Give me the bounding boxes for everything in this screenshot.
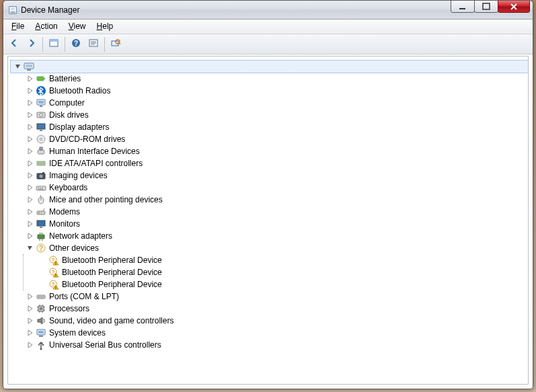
- tree-item-label: Human Interface Devices: [49, 147, 140, 156]
- tree-expander[interactable]: [13, 63, 23, 70]
- titlebar[interactable]: Device Manager: [3, 1, 533, 19]
- tree-item[interactable]: Network adapters: [23, 230, 528, 242]
- show-hidden-button[interactable]: [46, 36, 62, 52]
- tree-item[interactable]: Human Interface Devices: [23, 145, 528, 157]
- svg-rect-20: [44, 78, 45, 79]
- tree-item[interactable]: Disk drives: [23, 109, 528, 121]
- tree-item[interactable]: [11, 61, 528, 73]
- tree-expander[interactable]: [26, 221, 35, 227]
- tree-item[interactable]: Batteries: [23, 73, 528, 85]
- arrow-left-icon: [9, 38, 20, 50]
- system-icon: [36, 327, 46, 338]
- unknown-warn-icon: ?!: [48, 279, 59, 290]
- device-tree-panel[interactable]: BatteriesBluetooth RadiosComputerDisk dr…: [7, 56, 529, 385]
- tree-item[interactable]: DVD/CD-ROM drives: [23, 133, 528, 145]
- tree-category-network: Network adapters: [23, 230, 528, 242]
- svg-rect-33: [40, 147, 42, 150]
- tree-item[interactable]: ?Other devices: [23, 242, 528, 254]
- properties-button[interactable]: [85, 36, 102, 52]
- tree-item[interactable]: Display adapters: [23, 121, 528, 133]
- tree-item[interactable]: Ports (COM & LPT): [23, 290, 528, 303]
- forward-button[interactable]: [24, 36, 40, 52]
- tree-item[interactable]: Universal Serial Bus controllers: [23, 339, 528, 351]
- menu-bar: File Action View Help: [3, 19, 533, 34]
- svg-rect-44: [38, 189, 44, 190]
- tree-expander[interactable]: [26, 329, 35, 336]
- svg-rect-53: [38, 235, 44, 239]
- svg-text:?: ?: [74, 40, 78, 47]
- tree-item[interactable]: IDE ATA/ATAPI controllers: [23, 157, 528, 169]
- back-button[interactable]: [6, 36, 22, 52]
- tree-expander[interactable]: [26, 100, 35, 106]
- tree-expander[interactable]: [26, 136, 35, 143]
- svg-point-49: [40, 212, 42, 214]
- tree-item[interactable]: ?!Bluetooth Peripheral Device: [36, 266, 528, 278]
- toolbar: ?: [3, 34, 533, 54]
- tree-expander[interactable]: [26, 112, 35, 118]
- maximize-button[interactable]: [474, 0, 498, 13]
- tree-item[interactable]: ?!Bluetooth Peripheral Device: [36, 278, 528, 290]
- scan-button[interactable]: [108, 36, 124, 52]
- tree-expander[interactable]: [26, 245, 35, 251]
- tree-expander[interactable]: [26, 75, 35, 82]
- tree-item-label: Display adapters: [49, 122, 109, 132]
- minimize-button[interactable]: [451, 0, 475, 13]
- help-icon: ?: [71, 38, 81, 50]
- scan-icon: [110, 38, 121, 50]
- svg-text:?: ?: [52, 257, 55, 263]
- tree-item-label: Imaging devices: [49, 171, 108, 180]
- app-icon: [7, 5, 18, 15]
- tree-item[interactable]: Imaging devices: [23, 169, 528, 182]
- tree-item[interactable]: Monitors: [23, 218, 528, 230]
- computer-root-icon: [24, 61, 34, 72]
- tree-item-label: Bluetooth Peripheral Device: [62, 280, 162, 289]
- tree-category-imaging: Imaging devices: [23, 169, 528, 182]
- port-icon: [36, 291, 46, 302]
- tree-category-mice: Mice and other pointing devices: [23, 194, 528, 206]
- tree-item[interactable]: ?!Bluetooth Peripheral Device: [36, 254, 528, 266]
- tree-expander[interactable]: [26, 172, 35, 179]
- help-button[interactable]: ?: [68, 36, 84, 52]
- tree-expander[interactable]: [26, 317, 35, 324]
- tree-expander[interactable]: [26, 293, 35, 300]
- menu-view[interactable]: View: [63, 19, 91, 34]
- toolbar-separator: [104, 37, 105, 52]
- tree-item[interactable]: Processors: [23, 303, 528, 315]
- tree-expander[interactable]: [26, 208, 35, 215]
- usb-icon: [36, 340, 46, 350]
- svg-text:?: ?: [39, 245, 43, 252]
- svg-rect-86: [38, 331, 44, 334]
- tree-item[interactable]: System devices: [23, 327, 528, 339]
- menu-help[interactable]: Help: [91, 19, 119, 34]
- tree-item-label: Ports (COM & LPT): [49, 292, 119, 301]
- tree-category-usb: Universal Serial Bus controllers: [23, 339, 528, 351]
- tree-item[interactable]: Modems: [23, 206, 528, 218]
- menu-file[interactable]: File: [6, 19, 30, 34]
- svg-rect-41: [38, 188, 39, 188]
- tree-item-label: Mice and other pointing devices: [49, 195, 163, 204]
- tree-item[interactable]: Sound, video and game controllers: [23, 315, 528, 327]
- svg-rect-32: [38, 150, 44, 154]
- tree-item-label: Modems: [49, 207, 80, 217]
- tree-expander[interactable]: [26, 342, 35, 348]
- computer-icon: [36, 97, 46, 108]
- svg-point-88: [40, 348, 42, 350]
- svg-text:!: !: [55, 286, 56, 290]
- tree-item-label: Disk drives: [49, 110, 89, 120]
- tree-expander[interactable]: [26, 196, 35, 203]
- tree-expander[interactable]: [26, 184, 35, 191]
- menu-action[interactable]: Action: [30, 19, 63, 34]
- tree-expander[interactable]: [26, 160, 35, 167]
- tree-expander[interactable]: [26, 87, 35, 94]
- tree-expander[interactable]: [26, 148, 35, 155]
- svg-rect-43: [42, 188, 43, 188]
- svg-rect-4: [483, 3, 490, 9]
- tree-expander[interactable]: [26, 233, 35, 239]
- tree-expander[interactable]: [26, 124, 35, 130]
- tree-expander[interactable]: [26, 305, 35, 312]
- tree-item[interactable]: Computer: [23, 97, 528, 109]
- close-button[interactable]: [498, 0, 530, 13]
- tree-item[interactable]: Keyboards: [23, 182, 528, 194]
- tree-item[interactable]: Mice and other pointing devices: [23, 194, 528, 206]
- tree-item[interactable]: Bluetooth Radios: [23, 85, 528, 97]
